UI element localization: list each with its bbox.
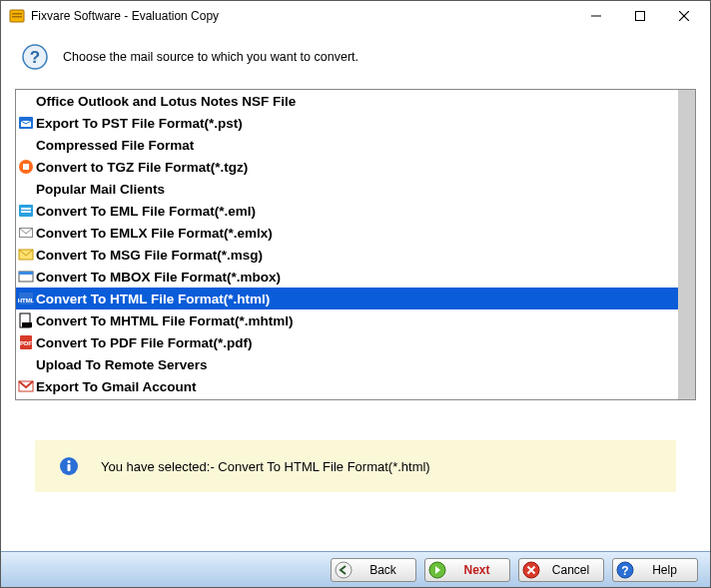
close-button[interactable] [662,2,706,30]
list-item[interactable]: Convert To EML File Format(*.eml) [16,200,678,222]
list-item[interactable]: HTMLConvert To HTML File Format(*.html) [16,288,678,309]
svg-rect-14 [21,208,31,210]
list-header: Popular Mail Clients [16,178,678,200]
list-item[interactable]: Export To Gmail Account [16,375,678,397]
cancel-button-label: Cancel [546,563,595,577]
list-row-label: Convert To MSG File Format(*.msg) [36,248,263,263]
list-item[interactable]: PDFConvert To PDF File Format(*.pdf) [16,331,678,353]
emlx-icon [18,225,34,241]
pdf-icon: PDF [18,334,34,350]
next-button[interactable]: Next [424,558,510,582]
question-icon: ? [21,43,49,71]
svg-text:PDF: PDF [20,340,32,346]
svg-text:HTML: HTML [18,297,34,303]
svg-rect-19 [19,272,33,275]
msg-icon [18,247,34,263]
pst-icon [18,115,34,131]
list-row-label: Convert To EMLX File Format(*.emlx) [36,226,273,241]
svg-rect-15 [21,211,31,213]
list-row-label: Convert to TGZ File Format(*.tgz) [36,160,248,175]
list-item[interactable]: Convert To MBOX File Format(*.mbox) [16,266,678,288]
next-arrow-icon [428,561,446,579]
selection-info-text: You have selected:- Convert To HTML File… [101,459,430,474]
svg-point-30 [336,562,352,578]
format-list: Office Outlook and Lotus Notes NSF FileE… [15,89,696,400]
window-title: Fixvare Software - Evaluation Copy [31,9,574,23]
list-row-label: Upload To Remote Servers [36,357,208,372]
button-bar: Back Next Cancel ? Help [1,551,710,587]
svg-rect-2 [12,16,22,18]
minimize-button[interactable] [574,2,618,30]
tgz-icon [18,159,34,175]
back-button[interactable]: Back [331,558,416,582]
svg-text:?: ? [30,48,40,67]
instruction-text: Choose the mail source to which you want… [63,50,358,64]
svg-rect-4 [636,12,645,21]
back-arrow-icon [335,561,353,579]
selection-info-box: You have selected:- Convert To HTML File… [35,440,676,492]
info-icon [59,456,79,476]
list-row-label: Export To PST File Format(*.pst) [36,116,243,131]
svg-text:?: ? [621,563,628,577]
list-item[interactable]: Convert To MSG File Format(*.msg) [16,244,678,266]
list-item[interactable]: Export To PST File Format(*.pst) [16,112,678,134]
cancel-icon [522,561,540,579]
list-item[interactable]: Convert To MHTML File Format(*.mhtml) [16,309,678,331]
svg-rect-12 [23,164,29,170]
back-button-label: Back [358,563,407,577]
list-row-label: Compressed File Format [36,138,194,153]
list-row-label: Convert To PDF File Format(*.pdf) [36,335,253,350]
scroll-thumb[interactable] [678,90,695,399]
svg-rect-1 [12,13,22,15]
list-header: Office Outlook and Lotus Notes NSF File [16,90,678,112]
list-row-label: Export To Gmail Account [36,379,197,394]
header-row: ? Choose the mail source to which you wa… [1,31,710,89]
maximize-button[interactable] [618,2,662,30]
list-row-label: Convert To EML File Format(*.eml) [36,204,256,219]
list-row-label: Convert To HTML File Format(*.html) [36,292,270,306]
list-header: Upload To Remote Servers [16,353,678,375]
eml-icon [18,203,34,219]
list-header: Compressed File Format [16,134,678,156]
app-icon [9,8,25,24]
help-icon: ? [616,561,634,579]
help-button-label: Help [640,563,689,577]
gmail-icon [18,378,34,394]
html-icon: HTML [18,291,34,306]
help-button[interactable]: ? Help [612,558,698,582]
mbox-icon [18,269,34,285]
list-row-label: Convert To MBOX File Format(*.mbox) [36,270,281,285]
list-row-label: Popular Mail Clients [36,182,165,197]
scrollbar[interactable] [678,90,695,399]
svg-rect-29 [68,464,71,471]
list-row-label: Office Outlook and Lotus Notes NSF File [36,94,296,109]
mhtml-icon [18,312,34,328]
list-row-label: Convert To MHTML File Format(*.mhtml) [36,313,294,328]
main-area: Office Outlook and Lotus Notes NSF FileE… [1,89,710,551]
next-button-label: Next [452,563,501,577]
svg-point-28 [68,460,71,463]
list-item[interactable]: Convert To EMLX File Format(*.emlx) [16,222,678,244]
cancel-button[interactable]: Cancel [518,558,604,582]
svg-rect-23 [22,322,32,327]
list-item[interactable]: Convert to TGZ File Format(*.tgz) [16,156,678,178]
title-bar: Fixvare Software - Evaluation Copy [1,1,710,31]
